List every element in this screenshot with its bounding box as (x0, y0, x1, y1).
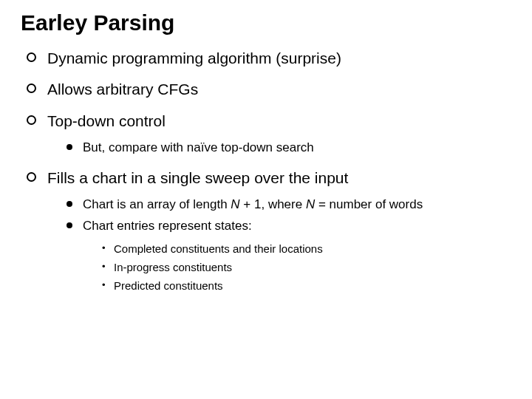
bullet-text: Allows arbitrary CFGs (47, 81, 198, 98)
bullet-text: In-progress constituents (114, 261, 232, 273)
bullet-item: Fills a chart in a single sweep over the… (27, 168, 511, 293)
bullet-text: Completed constituents and their locatio… (114, 242, 323, 255)
bullet-list-level3: Completed constituents and their locatio… (83, 241, 511, 293)
bullet-text: + 1, where (240, 197, 306, 211)
bullet-list-level2: But, compare with naïve top-down search (47, 140, 511, 157)
bullet-text: Predicted constituents (114, 279, 223, 292)
slide: Earley Parsing Dynamic programming algor… (0, 0, 532, 399)
bullet-text: = number of words (315, 197, 423, 211)
bullet-item: Predicted constituents (102, 278, 511, 293)
bullet-item: Completed constituents and their locatio… (102, 241, 511, 256)
bullet-text: Chart entries represent states: (83, 219, 252, 233)
bullet-text: But, compare with naïve top-down search (83, 140, 314, 154)
bullet-text: Dynamic programming algorithm (surprise) (47, 50, 341, 66)
bullet-item: Top-down control But, compare with naïve… (27, 112, 511, 157)
bullet-list-level2: Chart is an array of length N + 1, where… (47, 197, 511, 293)
bullet-item: In-progress constituents (102, 259, 511, 275)
bullet-item: Chart is an array of length N + 1, where… (66, 197, 511, 214)
slide-title: Earley Parsing (21, 10, 511, 35)
bullet-item: Allows arbitrary CFGs (27, 80, 511, 99)
bullet-item: But, compare with naïve top-down search (66, 140, 511, 157)
bullet-list-level1: Dynamic programming algorithm (surprise)… (21, 49, 511, 293)
italic-var: N (306, 197, 315, 211)
italic-var: N (231, 197, 239, 211)
bullet-text: Chart is an array of length (83, 197, 231, 211)
bullet-item: Chart entries represent states: Complete… (66, 218, 511, 293)
bullet-text: Top-down control (47, 112, 166, 129)
bullet-text: Fills a chart in a single sweep over the… (47, 169, 348, 186)
bullet-item: Dynamic programming algorithm (surprise) (27, 49, 511, 68)
